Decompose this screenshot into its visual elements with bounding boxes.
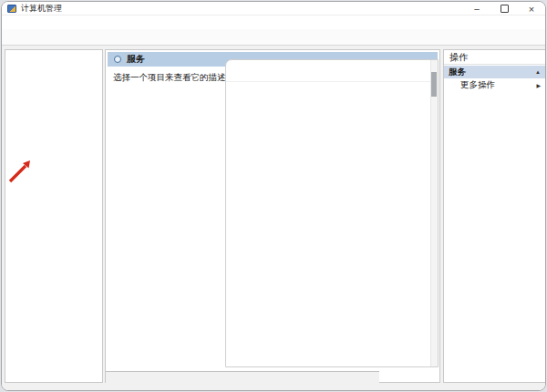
view-tab-strip (106, 371, 379, 384)
close-icon[interactable] (518, 2, 545, 15)
maximize-icon[interactable] (490, 2, 518, 15)
title-bar: 计算机管理 (2, 2, 545, 15)
column-headers (226, 68, 430, 82)
services-header-gear-icon (114, 56, 121, 63)
minimize-icon[interactable] (463, 2, 490, 15)
more-actions-item[interactable]: 更多操作 ▶ (444, 78, 545, 92)
actions-section-services[interactable]: 服务 ▲ (444, 66, 545, 78)
more-actions-label: 更多操作 (460, 79, 495, 91)
actions-section-label: 服务 (449, 67, 466, 78)
main-content: 服务 选择一个项目来查看它的描述。 操作 服务 ▲ 更多操作 ▶ (2, 46, 545, 390)
menu-bar (2, 15, 545, 29)
toolbar (2, 29, 545, 46)
actions-panel-title: 操作 (444, 50, 545, 65)
console-tree-panel (5, 49, 103, 383)
actions-panel: 操作 服务 ▲ 更多操作 ▶ (443, 49, 546, 383)
window-controls (463, 2, 545, 15)
chevron-right-icon: ▶ (536, 82, 541, 88)
chevron-up-icon[interactable]: ▲ (535, 69, 541, 75)
vertical-scrollbar[interactable] (430, 60, 438, 366)
description-hint: 选择一个项目来查看它的描述。 (113, 72, 234, 84)
services-list (225, 59, 439, 367)
service-rows (226, 83, 430, 366)
computer-management-window: 计算机管理 服务 选择一个项目来查看它的描述。 操作 (1, 1, 546, 391)
vertical-scrollbar-thumb[interactable] (431, 72, 437, 97)
services-pane: 服务 选择一个项目来查看它的描述。 (105, 49, 440, 383)
window-title: 计算机管理 (21, 3, 62, 15)
app-icon (7, 5, 16, 13)
services-pane-title: 服务 (127, 53, 145, 66)
